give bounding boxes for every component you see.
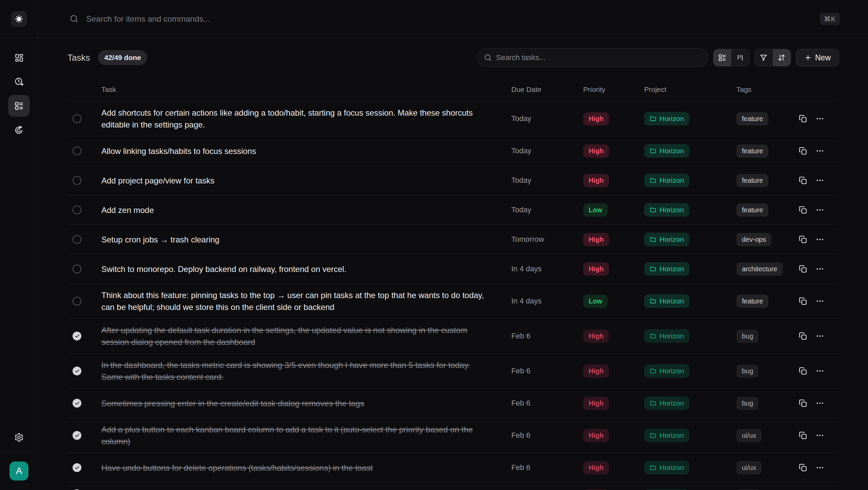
topbar: ⌘K (38, 0, 868, 38)
sidebar-item-focus[interactable] (8, 71, 30, 93)
ellipsis-icon (815, 367, 824, 375)
copy-task-button[interactable] (798, 399, 807, 408)
due-date: Feb 6 (511, 399, 530, 407)
row-menu-button[interactable] (815, 463, 824, 472)
due-date: Feb 6 (511, 367, 530, 375)
row-menu-button[interactable] (815, 146, 824, 155)
kanban-view-button[interactable] (731, 49, 749, 66)
task-title: Have undo buttons for delete operations … (101, 463, 373, 472)
task-search-input[interactable] (496, 53, 701, 62)
row-menu-button[interactable] (815, 431, 824, 440)
task-title: Switch to monorepo. Deploy backend on ra… (101, 264, 347, 274)
copy-icon (798, 114, 807, 123)
row-menu-button[interactable] (815, 332, 824, 340)
row-menu-button[interactable] (815, 205, 824, 214)
copy-task-button[interactable] (798, 367, 807, 375)
table-row[interactable]: Have undo buttons for delete operations … (67, 453, 839, 483)
sort-button[interactable] (773, 49, 791, 66)
table-row[interactable]: Add a plus button to each kanban board c… (67, 418, 839, 453)
copy-task-button[interactable] (798, 463, 807, 472)
row-menu-button[interactable] (815, 399, 824, 408)
sidebar-item-habits[interactable] (8, 119, 30, 141)
task-title: Add zen mode (101, 205, 154, 215)
folder-icon (650, 368, 656, 374)
copy-task-button[interactable] (798, 332, 807, 340)
copy-task-button[interactable] (798, 431, 807, 440)
ellipsis-icon (815, 297, 824, 306)
copy-icon (798, 297, 807, 306)
row-menu-button[interactable] (815, 114, 824, 123)
table-row[interactable]: Think about this feature: pinning tasks … (67, 284, 839, 319)
table-row[interactable]: Add project page/view for tasks Today Hi… (67, 166, 839, 195)
task-title: Setup cron jobs → trash clearing (101, 235, 219, 244)
task-title: Sometimes pressing enter in the create/e… (101, 399, 364, 408)
copy-task-button[interactable] (798, 205, 807, 214)
tag-badge: bug (736, 397, 758, 410)
tag-badge: feature (736, 112, 768, 125)
new-task-button[interactable]: New (796, 49, 839, 66)
copy-icon (798, 399, 807, 408)
copy-task-button[interactable] (798, 176, 807, 185)
table-row[interactable]: High Horizon (67, 483, 839, 490)
task-checkbox[interactable] (73, 176, 81, 185)
folder-icon (650, 236, 656, 243)
copy-task-button[interactable] (798, 264, 807, 273)
row-menu-button[interactable] (815, 235, 824, 244)
global-search-input[interactable] (86, 14, 812, 24)
task-title: Think about this feature: pinning tasks … (101, 291, 484, 312)
copy-icon (798, 235, 807, 244)
ellipsis-icon (815, 431, 824, 440)
row-menu-button[interactable] (815, 264, 824, 273)
priority-badge: High (583, 330, 609, 343)
copy-task-button[interactable] (798, 235, 807, 244)
table-row[interactable]: Add zen mode Today Low Horizon feature (67, 195, 839, 225)
table-row[interactable]: After updating the default task duration… (67, 319, 839, 354)
row-menu-button[interactable] (815, 297, 824, 306)
ellipsis-icon (815, 146, 824, 155)
row-menu-button[interactable] (815, 176, 824, 185)
task-checkbox[interactable] (73, 399, 81, 408)
tasks-toolbar: Tasks 42/49 done (67, 48, 839, 67)
due-date: In 4 days (511, 264, 541, 273)
task-checkbox[interactable] (73, 114, 81, 123)
copy-task-button[interactable] (798, 114, 807, 123)
task-checkbox[interactable] (73, 332, 81, 340)
project-badge: Horizon (644, 329, 689, 343)
task-title: Add a plus button to each kanban board c… (101, 425, 473, 446)
search-icon (70, 14, 79, 23)
task-checkbox[interactable] (73, 297, 81, 306)
task-checkbox[interactable] (73, 235, 81, 244)
table-row[interactable]: Allow linking tasks/habits to focus sess… (67, 136, 839, 166)
table-row[interactable]: Switch to monorepo. Deploy backend on ra… (67, 254, 839, 284)
filter-button[interactable] (755, 49, 773, 66)
ellipsis-icon (815, 264, 824, 273)
app-logo[interactable] (11, 11, 27, 27)
ellipsis-icon (815, 235, 824, 244)
check-icon (75, 433, 80, 438)
avatar[interactable]: A (9, 462, 28, 481)
settings-button[interactable] (8, 427, 30, 448)
task-checkbox[interactable] (73, 205, 81, 214)
check-icon (75, 334, 80, 339)
table-row[interactable]: Sometimes pressing enter in the create/e… (67, 389, 839, 418)
task-checkbox[interactable] (73, 264, 81, 273)
table-row[interactable]: Add shortcuts for certain actions like a… (67, 101, 839, 136)
sidebar-item-dashboard[interactable] (8, 47, 30, 68)
priority-badge: High (583, 112, 609, 125)
task-checkbox[interactable] (73, 431, 81, 440)
ellipsis-icon (815, 332, 824, 340)
copy-task-button[interactable] (798, 297, 807, 306)
table-row[interactable]: In the dashboard, the tasks metric card … (67, 354, 839, 389)
column-header-task: Task (101, 85, 511, 94)
row-menu-button[interactable] (815, 367, 824, 375)
task-checkbox[interactable] (73, 367, 81, 375)
table-row[interactable]: Setup cron jobs → trash clearing Tomorro… (67, 225, 839, 254)
plus-icon (804, 54, 812, 61)
task-checkbox[interactable] (73, 146, 81, 155)
column-header-due: Due Date (511, 85, 583, 94)
copy-task-button[interactable] (798, 146, 807, 155)
list-view-button[interactable] (713, 49, 731, 66)
task-checkbox[interactable] (73, 463, 81, 472)
folder-icon (650, 207, 656, 213)
sidebar-item-tasks[interactable] (8, 95, 30, 117)
